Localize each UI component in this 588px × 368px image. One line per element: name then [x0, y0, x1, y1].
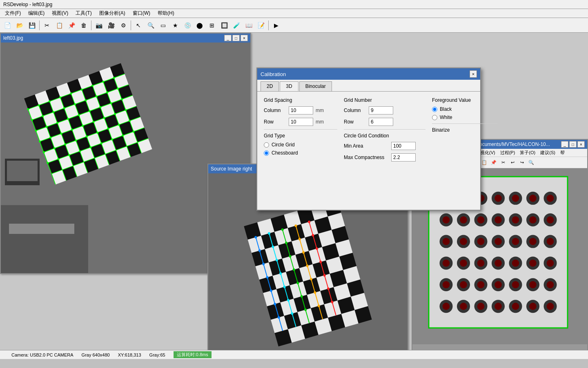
- toolbar-process[interactable]: ⚙: [118, 20, 129, 31]
- grid-spacing-title: Grid Spacing: [264, 97, 337, 103]
- fg-white-label: White: [440, 114, 452, 120]
- toolbar-open[interactable]: 📂: [14, 20, 25, 31]
- status-mode: Gray 640x480: [82, 352, 110, 357]
- circle-grid-condition-title: Circle Grid Condition: [344, 133, 425, 139]
- status-gray: Gray:65: [149, 352, 165, 357]
- toolbar-shape[interactable]: ★: [169, 20, 181, 31]
- menu-view[interactable]: 视图(V): [49, 9, 71, 18]
- calibration-close-btn[interactable]: ×: [470, 70, 477, 78]
- status-coords: XY:618,313: [118, 352, 141, 357]
- min-area-label: Min Area: [344, 143, 389, 149]
- tab-binocular[interactable]: Binocular: [299, 81, 332, 91]
- hdev-btn-find[interactable]: 🔍: [527, 158, 536, 167]
- toolbar-book[interactable]: 📖: [243, 20, 254, 31]
- radio-black[interactable]: [432, 107, 437, 112]
- calibration-dialog: Calibration × 2D 3D Binocular Grid Spaci…: [256, 67, 481, 211]
- min-area-input[interactable]: [391, 142, 416, 150]
- grid-number-section: Grid Number Column Row Circle Grid Condi…: [344, 97, 425, 165]
- grid-type-circle-row: Circle Grid: [264, 142, 337, 148]
- toolbar-sep2: [91, 20, 91, 30]
- menu-edit[interactable]: 编辑(E): [25, 9, 48, 18]
- gn-col-input[interactable]: [369, 106, 393, 114]
- gs-row-label: Row: [264, 119, 286, 125]
- toolbar-save[interactable]: 💾: [26, 20, 38, 31]
- hdev-menu-suggest[interactable]: 建议(S): [538, 149, 557, 156]
- app-statusbar: Camera: USB2.0 PC CAMERA Gray 640x480 XY…: [0, 350, 588, 359]
- hdevelop-controls: _ □ ×: [561, 141, 585, 148]
- max-compactness-input[interactable]: [391, 153, 416, 162]
- grid-number-title: Grid Number: [344, 97, 425, 103]
- tab-3d[interactable]: 3D: [280, 81, 298, 91]
- hdev-btn-undo[interactable]: ↩: [508, 158, 517, 167]
- hdevelop-minimize[interactable]: _: [561, 141, 568, 148]
- main-toolbar: 📄 📂 💾 ✂ 📋 📌 🗑 📷 🎥 ⚙ ↖ 🔍 ▭ ★ 💿 ⬤ ⊞ 🔲 🧪 📖 …: [0, 18, 588, 33]
- grid-spacing-row-row: Row mm: [264, 118, 337, 126]
- menu-window[interactable]: 窗口(W): [129, 9, 154, 18]
- max-compactness-label: Max Compactness: [344, 155, 389, 160]
- fg-white-row: White: [432, 114, 497, 120]
- hdevelop-close[interactable]: ×: [577, 141, 585, 148]
- menu-tools[interactable]: 工具(T): [72, 9, 95, 18]
- radio-chessboard[interactable]: [264, 150, 269, 156]
- toolbar-blob[interactable]: ⬤: [194, 20, 205, 31]
- toolbar-new[interactable]: 📄: [2, 20, 13, 31]
- toolbar-sep1: [39, 20, 40, 30]
- radio-circle-grid[interactable]: [264, 142, 269, 148]
- right-window-title: Source Image right: [211, 166, 252, 172]
- app-titlebar: RSDevelop - left03.jpg: [0, 0, 588, 9]
- circle-grid-label: Circle Grid: [272, 142, 295, 148]
- hdevelop-maximize[interactable]: □: [569, 141, 577, 148]
- gs-row-input[interactable]: [289, 118, 313, 126]
- left-win-close[interactable]: ×: [241, 35, 248, 41]
- toolbar-video[interactable]: 🎥: [105, 20, 117, 31]
- left-win-minimize[interactable]: _: [224, 35, 232, 41]
- status-camera: Camera: USB2.0 PC CAMERA: [11, 352, 74, 357]
- gs-col-input[interactable]: [289, 106, 313, 114]
- hdev-menu-proc[interactable]: 过程(P): [498, 149, 517, 156]
- menu-help[interactable]: 帮助(H): [154, 9, 178, 18]
- menu-analysis[interactable]: 图像分析(A): [96, 9, 129, 18]
- left-win-maximize[interactable]: □: [232, 35, 240, 41]
- hdev-btn-cut[interactable]: ✂: [499, 158, 508, 167]
- max-compactness-row: Max Compactness: [344, 153, 425, 162]
- fg-black-row: Black: [432, 106, 497, 112]
- toolbar-pattern[interactable]: ⊞: [206, 20, 218, 31]
- toolbar-copy[interactable]: 📋: [53, 20, 65, 31]
- section-divider-1: [264, 129, 337, 130]
- hdev-menu-help[interactable]: 帮: [558, 149, 567, 156]
- menu-bar: 文件(F) 编辑(E) 视图(V) 工具(T) 图像分析(A) 窗口(W) 帮助…: [0, 9, 588, 18]
- toolbar-flask[interactable]: 🧪: [231, 20, 242, 31]
- toolbar-zoom[interactable]: 🔍: [145, 20, 156, 31]
- toolbar-notes[interactable]: 📝: [255, 20, 267, 31]
- toolbar-select[interactable]: ↖: [133, 20, 144, 31]
- toolbar-paste[interactable]: 📌: [66, 20, 77, 31]
- grid-type-title: Grid Type: [264, 133, 337, 139]
- toolbar-cut[interactable]: ✂: [41, 20, 53, 31]
- toolbar-sep4: [268, 20, 269, 30]
- toolbar-extra[interactable]: ▶: [270, 20, 282, 31]
- foreground-value-title: Foreground Value: [432, 97, 497, 103]
- left-window-title: left03.jpg: [3, 35, 23, 41]
- min-area-row: Min Area: [344, 142, 425, 150]
- grid-type-chess-row: Chessboard: [264, 150, 337, 156]
- hdev-menu-op[interactable]: 算子(O): [518, 149, 537, 156]
- gn-row-input[interactable]: [369, 118, 393, 126]
- radio-white[interactable]: [432, 115, 437, 120]
- gn-column-row: Column: [344, 106, 425, 114]
- section-divider-2: [344, 129, 425, 130]
- toolbar-camera[interactable]: 📷: [93, 20, 105, 31]
- toolbar-rect[interactable]: ▭: [157, 20, 169, 31]
- status-run-btn[interactable]: 运算耗时:0.8ms: [174, 351, 212, 358]
- chessboard-label: Chessboard: [272, 150, 298, 156]
- toolbar-disk[interactable]: 💿: [182, 20, 193, 31]
- gs-col-label: Column: [264, 108, 286, 113]
- tab-2d[interactable]: 2D: [261, 81, 279, 91]
- left-window-titlebar: left03.jpg _ □ ×: [1, 34, 250, 43]
- hdev-btn-redo[interactable]: ↪: [517, 158, 526, 167]
- gn-col-label: Column: [344, 108, 366, 113]
- menu-file[interactable]: 文件(F): [2, 9, 24, 18]
- toolbar-match[interactable]: 🔲: [218, 20, 230, 31]
- grid-spacing-column-row: Column mm: [264, 106, 337, 114]
- toolbar-delete[interactable]: 🗑: [78, 20, 89, 31]
- calibration-tabs: 2D 3D Binocular: [257, 80, 480, 92]
